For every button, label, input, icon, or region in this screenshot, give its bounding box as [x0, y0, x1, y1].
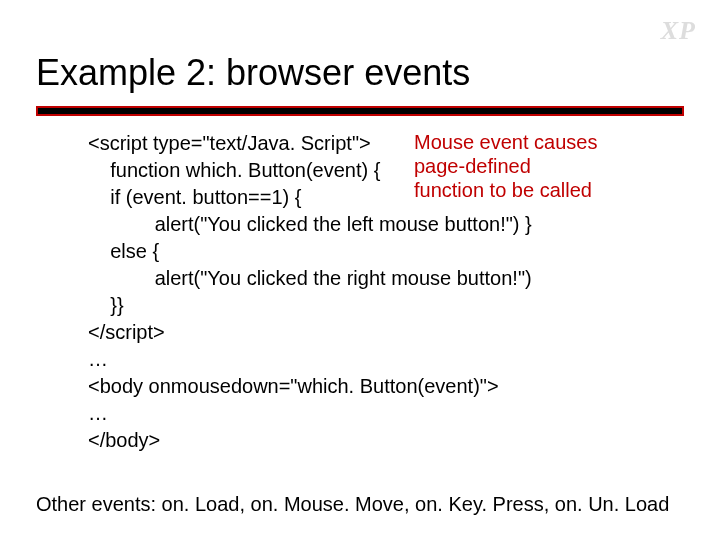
- code-line: if (event. button==1) {: [88, 186, 301, 208]
- callout-line-2: page-defined: [414, 155, 531, 177]
- code-line: else {: [88, 240, 159, 262]
- callout-line-3: function to be called: [414, 179, 592, 201]
- code-line: …: [88, 402, 108, 424]
- callout-text: Mouse event causes page-defined function…: [414, 130, 674, 202]
- corner-tag: XP: [661, 16, 696, 46]
- code-line: alert("You clicked the right mouse butto…: [88, 267, 532, 289]
- code-line: </script>: [88, 321, 165, 343]
- code-line: </body>: [88, 429, 160, 451]
- slide: XP Example 2: browser events Mouse event…: [0, 0, 720, 540]
- code-line: …: [88, 348, 108, 370]
- code-line: <body onmousedown="which. Button(event)"…: [88, 375, 499, 397]
- code-line: alert("You clicked the left mouse button…: [88, 213, 532, 235]
- code-line: <script type="text/Java. Script">: [88, 132, 371, 154]
- slide-title: Example 2: browser events: [36, 52, 470, 94]
- title-rule: [36, 106, 684, 116]
- callout-line-1: Mouse event causes: [414, 131, 597, 153]
- title-rule-inner: [38, 108, 682, 114]
- content-area: Mouse event causes page-defined function…: [36, 130, 684, 454]
- code-line: function which. Button(event) {: [88, 159, 380, 181]
- footer-text: Other events: on. Load, on. Mouse. Move,…: [36, 493, 684, 516]
- code-line: }}: [88, 294, 124, 316]
